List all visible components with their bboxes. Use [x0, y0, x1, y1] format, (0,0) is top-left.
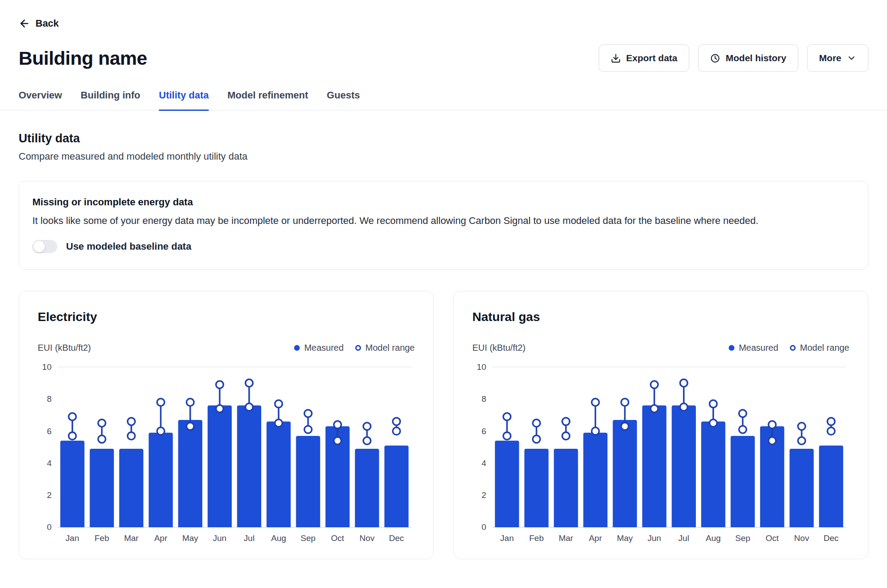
model-range-low-marker [304, 426, 312, 433]
header-actions: Export data Model history More [599, 44, 868, 72]
model-range-low-marker [393, 427, 400, 435]
model-range-legend-ring [790, 345, 796, 351]
model-history-label: Model history [726, 53, 786, 63]
y-tick: 2 [47, 490, 52, 500]
back-button[interactable]: Back [19, 18, 59, 29]
model-range-low-marker [680, 403, 687, 411]
measured-bar [730, 436, 754, 527]
use-modeled-toggle[interactable] [32, 240, 57, 253]
y-tick: 0 [47, 522, 52, 532]
x-tick: Sep [301, 533, 316, 543]
electricity-chart-title: Electricity [38, 310, 415, 324]
model-range-low-marker [503, 432, 511, 439]
x-tick: Apr [589, 533, 602, 543]
model-range-low-marker [769, 437, 776, 444]
electricity-card: Electricity EUI (kBtu/ft2) Measured Mode… [19, 291, 434, 559]
measured-bar [60, 441, 84, 527]
model-range-low-marker [710, 419, 717, 427]
x-tick: May [617, 533, 633, 543]
y-tick: 4 [482, 459, 487, 468]
model-range-legend-ring [355, 345, 361, 351]
measured-bar [355, 449, 379, 527]
model-range-low-marker [245, 403, 253, 411]
electricity-legend: Measured Model range [294, 343, 415, 353]
x-tick: Jun [648, 533, 661, 543]
measured-legend-label: Measured [739, 343, 778, 353]
y-tick: 0 [482, 522, 487, 532]
y-tick: 6 [47, 426, 52, 435]
measured-bar [789, 449, 813, 527]
model-range-low-marker [533, 435, 540, 443]
measured-bar [237, 405, 261, 527]
x-tick: Feb [94, 533, 109, 543]
x-tick: Oct [331, 533, 344, 543]
measured-bar [267, 421, 290, 527]
alert-body: It looks like some of your energy data m… [32, 214, 855, 227]
y-tick: 6 [482, 426, 487, 435]
model-range-high-marker [503, 413, 511, 420]
model-range-low-marker [69, 432, 76, 439]
x-tick: Feb [529, 533, 544, 543]
model-range-low-marker [216, 405, 224, 412]
measured-legend-dot [729, 345, 734, 351]
model-range-low-marker [334, 437, 341, 444]
charts-grid: Electricity EUI (kBtu/ft2) Measured Mode… [0, 291, 887, 567]
model-range-high-marker [363, 423, 371, 430]
model-range-low-marker [651, 405, 658, 412]
y-tick: 8 [482, 394, 487, 404]
model-range-low-marker [798, 437, 805, 444]
natural-gas-chart-title: Natural gas [472, 310, 849, 324]
x-tick: Nov [360, 533, 375, 543]
model-range-high-marker [769, 421, 776, 428]
back-label: Back [35, 18, 59, 29]
model-range-high-marker [533, 419, 540, 427]
model-range-high-marker [680, 379, 687, 387]
tab-overview[interactable]: Overview [19, 87, 62, 110]
measured-bar [208, 405, 232, 527]
measured-bar [495, 441, 519, 527]
y-tick: 4 [47, 459, 52, 468]
more-label: More [819, 53, 841, 63]
measured-legend-label: Measured [304, 343, 344, 353]
x-tick: Nov [794, 533, 809, 543]
y-tick: 2 [482, 490, 487, 500]
model-range-low-marker [828, 427, 835, 435]
model-history-button[interactable]: Model history [698, 44, 798, 72]
model-range-high-marker [245, 379, 253, 387]
utility-data-section: Utility data Compare measured and modele… [0, 132, 887, 162]
x-tick: Jan [500, 533, 514, 543]
x-tick: Jun [213, 533, 227, 543]
y-tick: 8 [47, 394, 52, 404]
model-range-high-marker [275, 400, 283, 408]
model-range-high-marker [739, 410, 746, 417]
chevron-down-icon [847, 53, 856, 63]
measured-bar [819, 445, 843, 527]
measured-bar [149, 432, 173, 527]
model-range-high-marker [216, 381, 224, 388]
natural-gas-y-axis-label: EUI (kBtu/ft2) [472, 343, 526, 353]
model-range-high-marker [187, 398, 194, 406]
measured-bar [642, 405, 666, 527]
model-range-low-marker [187, 423, 194, 430]
model-range-low-marker [98, 435, 106, 443]
natural-gas-card: Natural gas EUI (kBtu/ft2) Measured Mode… [453, 291, 868, 559]
export-data-button[interactable]: Export data [599, 44, 690, 72]
model-range-high-marker [157, 398, 165, 406]
x-tick: Apr [154, 533, 168, 543]
measured-bar [701, 421, 725, 527]
model-range-high-marker [562, 418, 570, 425]
model-range-low-marker [275, 419, 283, 427]
tab-model-refinement[interactable]: Model refinement [228, 87, 308, 110]
tab-utility-data[interactable]: Utility data [159, 87, 208, 110]
model-range-high-marker [393, 418, 400, 425]
model-range-legend-label: Model range [365, 343, 415, 353]
tab-guests[interactable]: Guests [327, 87, 360, 110]
model-range-high-marker [592, 398, 599, 406]
tab-building-info[interactable]: Building info [81, 87, 140, 110]
toggle-knob [33, 241, 45, 252]
download-icon [611, 53, 621, 63]
arrow-left-icon [19, 18, 30, 29]
more-button[interactable]: More [807, 44, 868, 72]
electricity-bar-chart: 0246810JanFebMarAprMayJunJulAugSepOctNov… [38, 359, 415, 545]
model-range-low-marker [157, 427, 165, 435]
